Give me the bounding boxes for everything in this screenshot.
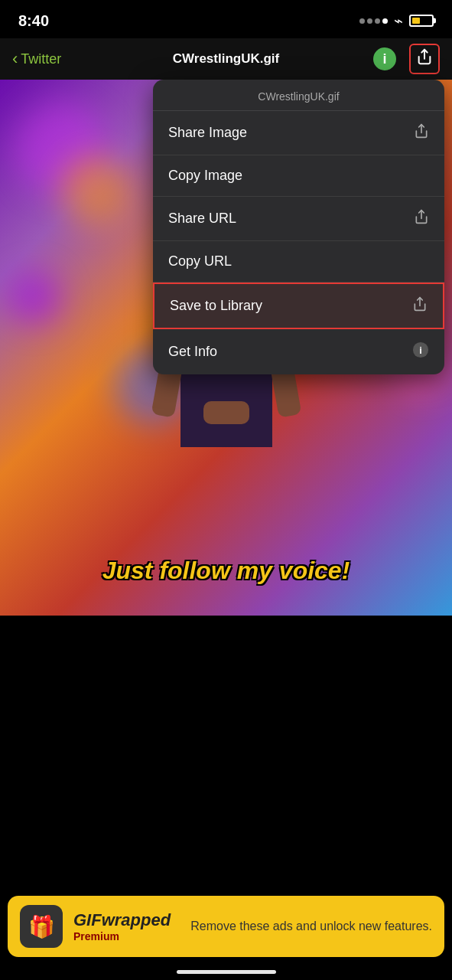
ad-app-name: GIFwrapped (73, 910, 171, 930)
nav-bar: ‹ Twitter CWrestlingUK.gif i (0, 38, 452, 80)
ad-logo: 🎁 (20, 905, 63, 948)
ad-premium-label: Premium (73, 930, 171, 942)
ad-text-block: GIFwrapped Premium (73, 910, 171, 942)
status-icons: ⌁ (359, 11, 434, 30)
save-library-icon (412, 296, 428, 315)
chevron-left-icon: ‹ (12, 51, 18, 67)
menu-item-share-image-label: Share Image (168, 125, 414, 141)
back-button[interactable]: ‹ Twitter (12, 51, 61, 67)
signal-dot-3 (375, 18, 380, 24)
info-icon: i (373, 47, 396, 70)
status-time: 8:40 (18, 12, 49, 30)
signal-dot-4 (382, 18, 388, 24)
share-image-icon (414, 123, 429, 142)
svg-text:i: i (419, 345, 422, 356)
ad-logo-icon: 🎁 (28, 914, 55, 939)
dark-area (0, 616, 452, 922)
nav-title: CWrestlingUK.gif (173, 51, 279, 67)
menu-item-save-library-label: Save to Library (170, 298, 412, 314)
nav-actions: i (369, 44, 440, 74)
share-url-icon (414, 209, 429, 228)
gif-caption: Just follow my voice! (0, 557, 452, 585)
menu-header: CWrestlingUK.gif (153, 80, 444, 111)
ad-banner[interactable]: 🎁 GIFwrapped Premium Remove these ads an… (8, 896, 444, 957)
menu-item-save-library[interactable]: Save to Library (153, 283, 444, 329)
menu-item-share-url-label: Share URL (168, 211, 414, 227)
status-bar: 8:40 ⌁ (0, 0, 452, 38)
share-icon (416, 48, 433, 70)
signal-dots (359, 18, 388, 24)
wifi-icon: ⌁ (394, 11, 403, 30)
menu-item-copy-image-label: Copy Image (168, 168, 429, 184)
menu-item-share-url[interactable]: Share URL (153, 197, 444, 241)
get-info-icon: i (412, 341, 429, 362)
signal-dot-1 (359, 18, 365, 24)
signal-dot-2 (367, 18, 372, 24)
info-button[interactable]: i (369, 44, 400, 74)
back-label: Twitter (21, 51, 61, 67)
ad-description: Remove these ads and unlock new features… (181, 919, 432, 935)
home-indicator (177, 970, 276, 974)
menu-item-get-info-label: Get Info (168, 344, 412, 360)
menu-item-get-info[interactable]: Get Info i (153, 329, 444, 374)
menu-item-copy-url[interactable]: Copy URL (153, 241, 444, 283)
menu-item-copy-image[interactable]: Copy Image (153, 155, 444, 197)
battery-icon (409, 15, 434, 27)
battery-fill (412, 18, 420, 24)
dropdown-menu: CWrestlingUK.gif Share Image Copy Image … (153, 80, 444, 374)
share-button[interactable] (409, 44, 440, 74)
menu-item-copy-url-label: Copy URL (168, 253, 429, 270)
menu-item-share-image[interactable]: Share Image (153, 111, 444, 155)
